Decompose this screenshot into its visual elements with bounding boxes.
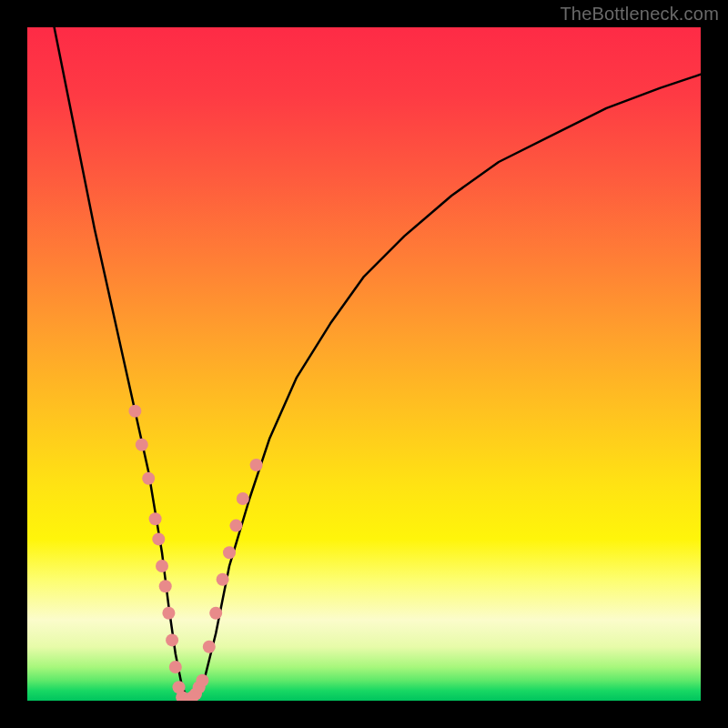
plot-area [27, 27, 701, 701]
bottleneck-curve-path [55, 27, 701, 701]
sample-point [209, 607, 222, 620]
sample-point [203, 641, 216, 653]
sample-point [223, 546, 236, 559]
sample-point [142, 472, 155, 485]
chart-svg [27, 27, 701, 701]
sample-point [169, 661, 182, 673]
sample-point [128, 405, 141, 418]
sample-points [128, 405, 262, 701]
chart-frame: TheBottleneck.com [0, 0, 728, 728]
sample-point [196, 674, 208, 687]
sample-point [159, 580, 172, 592]
watermark-text: TheBottleneck.com [560, 4, 719, 25]
sample-point [217, 573, 229, 586]
sample-point [136, 439, 148, 451]
sample-point [149, 512, 162, 525]
sample-point [229, 520, 242, 532]
sample-point [156, 560, 168, 572]
sample-point [152, 532, 165, 545]
sample-point [162, 607, 175, 620]
sample-point [166, 633, 178, 646]
bottleneck-curve [55, 27, 701, 701]
sample-point [250, 459, 263, 471]
sample-point [237, 492, 249, 505]
